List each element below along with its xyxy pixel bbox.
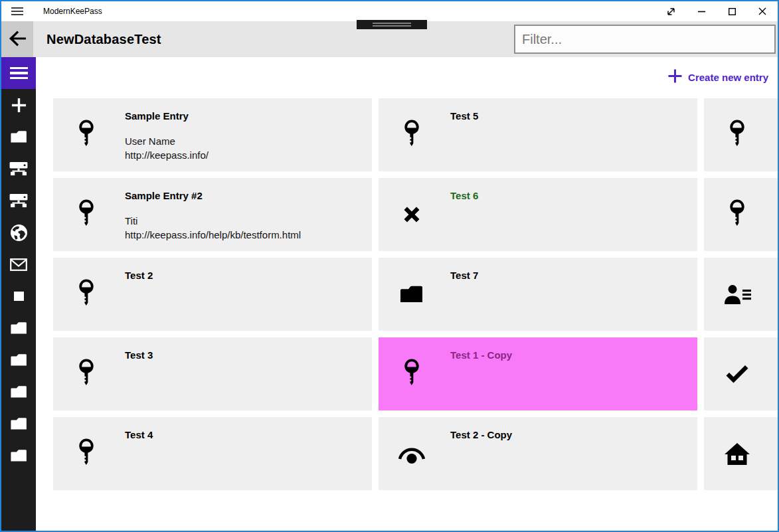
entry-card[interactable]: Sample Entry User Name http://keepass.in… — [53, 98, 372, 171]
mail-icon — [10, 258, 27, 274]
home-icon — [704, 417, 770, 490]
entry-title: Test 4 — [125, 428, 372, 442]
sidebar-item-group-1[interactable] — [1, 313, 36, 345]
square-icon — [14, 292, 24, 304]
entry-title: Test 1 - Copy — [450, 349, 697, 362]
entry-url: http://keepass.info/help/kb/testform.htm… — [125, 228, 372, 242]
close-button[interactable] — [747, 1, 778, 21]
entries-panel: Create new entry Sample Entry User Name … — [36, 57, 778, 531]
titlebar: ModernKeePass — [1, 1, 778, 21]
sidebar-item-root-group[interactable] — [1, 122, 36, 154]
entry-username: Titi — [125, 214, 372, 228]
sidebar-item-network-2[interactable] — [1, 186, 36, 218]
sidebar-item-square[interactable] — [1, 282, 36, 313]
entry-card[interactable]: Test 2 - Copy — [379, 417, 697, 490]
database-title: NewDatabaseTest — [46, 32, 161, 47]
entry-title: Sample Entry #2 — [125, 189, 372, 203]
entry-card[interactable] — [704, 178, 778, 251]
folder-icon — [10, 385, 28, 401]
fullscreen-button[interactable] — [655, 1, 686, 21]
entry-title: Test 2 — [125, 269, 372, 282]
globe-icon — [10, 224, 28, 244]
drag-handle[interactable] — [357, 20, 427, 29]
sidebar-item-mail[interactable] — [1, 250, 36, 282]
contact-list-icon — [704, 258, 770, 331]
entry-url: http://keepass.info/ — [125, 148, 372, 162]
back-button[interactable] — [1, 21, 33, 57]
entry-username: User Name — [125, 134, 372, 148]
key-icon — [53, 417, 120, 490]
folder-icon — [10, 449, 28, 465]
maximize-button[interactable] — [717, 1, 747, 21]
app-window: ModernKeePass NewDatabaseTest — [0, 0, 779, 532]
entry-title: Test 3 — [125, 349, 372, 362]
key-icon — [379, 337, 445, 410]
entry-card[interactable]: Test 4 — [53, 417, 372, 490]
folder-icon — [10, 321, 28, 337]
key-icon — [53, 178, 120, 251]
eye-icon — [379, 417, 445, 490]
window-controls — [655, 1, 778, 21]
sidebar-item-group-4[interactable] — [1, 409, 36, 441]
plus-icon — [11, 97, 27, 116]
folder-icon — [10, 353, 28, 369]
x-cross-icon — [379, 178, 445, 251]
sidebar — [1, 57, 36, 531]
entry-title: Test 2 - Copy — [450, 428, 697, 442]
create-new-entry-button[interactable]: Create new entry — [668, 69, 768, 85]
network-drive-icon — [9, 161, 29, 179]
sidebar-menu-button[interactable] — [1, 57, 36, 89]
entries-grid: Sample Entry User Name http://keepass.in… — [53, 98, 778, 490]
sidebar-item-web[interactable] — [1, 218, 36, 250]
entry-title: Test 6 — [450, 189, 697, 203]
plus-icon — [668, 69, 682, 85]
minimize-button[interactable] — [686, 1, 717, 21]
sidebar-item-group-3[interactable] — [1, 377, 36, 409]
entry-card[interactable] — [704, 258, 778, 331]
sidebar-item-add[interactable] — [1, 90, 36, 122]
create-new-entry-label: Create new entry — [688, 72, 768, 83]
checkmark-icon — [704, 337, 770, 410]
entry-title: Sample Entry — [125, 110, 372, 123]
entry-card[interactable]: Test 2 — [53, 258, 372, 331]
sidebar-item-group-5[interactable] — [1, 441, 36, 473]
filter-input[interactable] — [514, 25, 776, 54]
back-arrow-icon — [7, 31, 27, 48]
entry-card[interactable]: Test 3 — [53, 337, 372, 410]
app-title: ModernKeePass — [43, 7, 102, 16]
entry-card[interactable]: Test 5 — [379, 98, 697, 171]
entry-title: Test 5 — [450, 110, 697, 123]
titlebar-menu-icon[interactable] — [11, 7, 23, 15]
network-drive-icon — [9, 193, 29, 211]
key-icon — [53, 337, 120, 410]
sidebar-item-group-2[interactable] — [1, 345, 36, 377]
sidebar-item-network-1[interactable] — [1, 154, 36, 186]
entry-card[interactable] — [704, 337, 778, 410]
entry-card[interactable]: Sample Entry #2 Titi http://keepass.info… — [53, 178, 372, 251]
entry-card[interactable]: Test 6 — [379, 178, 697, 251]
key-icon — [53, 258, 120, 331]
key-icon — [53, 98, 120, 171]
key-icon — [704, 178, 770, 251]
entry-card[interactable] — [704, 98, 778, 171]
key-icon — [704, 98, 770, 171]
folder-icon — [379, 258, 445, 331]
entry-card[interactable] — [704, 417, 778, 490]
folder-icon — [10, 417, 28, 433]
entry-title: Test 7 — [450, 269, 697, 282]
key-icon — [379, 98, 445, 171]
folder-icon — [10, 130, 28, 146]
entry-card[interactable]: Test 7 — [379, 258, 697, 331]
entry-card-selected[interactable]: Test 1 - Copy — [379, 337, 697, 410]
